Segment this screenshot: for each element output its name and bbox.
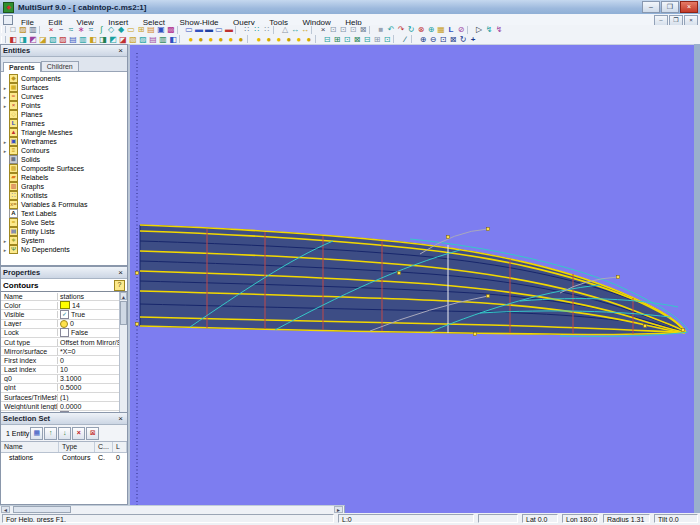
add-entity-icon[interactable]: ⊕ [426, 25, 436, 34]
hide-entity-bulb-icon[interactable]: ● [196, 35, 206, 44]
ruled-surface-icon[interactable]: ◨ [98, 35, 108, 44]
hybrid-view-icon[interactable]: ▬ [204, 25, 214, 34]
property-value[interactable]: 14 [58, 301, 119, 309]
copy-surface-icon[interactable]: ⊟ [322, 35, 332, 44]
expand-arrow-icon[interactable]: ▸ [1, 85, 9, 91]
entities-item-planes[interactable]: ◇ Planes [1, 110, 127, 119]
entities-item-graphs[interactable]: ▥ Graphs [1, 182, 127, 191]
zoom-window-icon[interactable]: ⊡ [438, 35, 448, 44]
redo-icon[interactable]: ↷ [396, 25, 406, 34]
edit-composite-icon[interactable]: ▩ [166, 25, 176, 34]
prop-row-cut-type[interactable]: Cut type Offset from Mirror/Surf [1, 338, 119, 347]
select-arrow-icon[interactable]: ▷ [474, 25, 484, 34]
viewport[interactable] [130, 44, 694, 514]
entities-item-knotlists[interactable]: ∷ Knotlists [1, 191, 127, 200]
bcurve-entity-icon[interactable]: ▤ [68, 35, 78, 44]
copy-special-icon[interactable]: ⊡ [338, 25, 348, 34]
edit-frame-icon[interactable]: ⊞ [136, 25, 146, 34]
property-value[interactable]: 0.5000 [58, 384, 119, 391]
distance-icon[interactable]: ↔ [290, 25, 300, 34]
prop-row-first-index[interactable]: First index 0 [1, 356, 119, 365]
prop-row-name[interactable]: Name stations [1, 292, 119, 301]
properties-close-icon[interactable]: × [116, 268, 125, 277]
entities-item-solids[interactable]: ◼ Solids [1, 155, 127, 164]
cloft-surface-icon[interactable]: ▨ [138, 35, 148, 44]
hscrollbar-thumb[interactable] [13, 506, 71, 513]
select-lasso-icon[interactable]: ↯ [484, 25, 494, 34]
prop-row-last-index[interactable]: Last index 10 [1, 366, 119, 375]
snap-point-icon[interactable]: ∷ [252, 25, 262, 34]
knife-icon[interactable]: ∕ [400, 35, 410, 44]
visible-surfaces-bulb-icon[interactable]: ● [274, 35, 284, 44]
properties-help-icon[interactable]: ? [114, 280, 125, 291]
translation-surface-icon[interactable]: ◩ [108, 35, 118, 44]
entities-item-triangle-meshes[interactable]: ▲ Triangle Meshes [1, 128, 127, 137]
property-value[interactable]: 0 [58, 320, 119, 328]
tab-parents[interactable]: Parents [3, 62, 41, 72]
entities-item-solve-sets[interactable]: = Solve Sets [1, 218, 127, 227]
property-value[interactable]: *X=0 [58, 348, 119, 355]
show-parents-bulb-icon[interactable]: ● [206, 35, 216, 44]
entities-item-variables-formulas[interactable]: x= Variables & Formulas [1, 200, 127, 209]
property-value[interactable]: 0.0000 [58, 403, 119, 410]
mesh-view-icon[interactable]: ▭ [214, 25, 224, 34]
entities-item-points[interactable]: ▸ × Points [1, 101, 127, 110]
copy-icon[interactable]: ⊡ [328, 25, 338, 34]
open-file-icon[interactable]: ▨ [18, 25, 28, 34]
wireframe-view-icon[interactable]: ▭ [184, 25, 194, 34]
scroll-right-icon[interactable]: ► [334, 506, 343, 513]
selection-list-mode-button[interactable]: ▦ [30, 427, 43, 440]
selection-move-up-button[interactable]: ↑ [44, 427, 57, 440]
delete-entity-icon[interactable]: × [46, 25, 56, 34]
property-value[interactable]: (1) [58, 394, 119, 401]
edit-magnet-icon[interactable]: ∗ [76, 25, 86, 34]
point-entity-icon[interactable]: ◧ [8, 35, 18, 44]
entities-item-wireframes[interactable]: ▸ ▣ Wireframes [1, 137, 127, 146]
show-entity-bulb-icon[interactable]: ● [186, 35, 196, 44]
column-color[interactable]: C... [95, 442, 113, 452]
table-icon[interactable]: ▦ [436, 25, 446, 34]
property-value[interactable]: 3.1000 [58, 375, 119, 382]
edit-plane-icon[interactable]: ▭ [126, 25, 136, 34]
ungroup-icon[interactable]: ⊟ [362, 35, 372, 44]
paste-icon[interactable]: ⊡ [348, 25, 358, 34]
show-all-bulb-icon[interactable]: ● [226, 35, 236, 44]
column-name[interactable]: Name [1, 442, 59, 452]
entities-item-entity-lists[interactable]: ▤ Entity Lists [1, 227, 127, 236]
entities-item-components[interactable]: ◆ Components [1, 74, 127, 83]
select-poly-icon[interactable]: ↯ [494, 25, 504, 34]
entities-item-relabels[interactable]: ▰ Relabels [1, 173, 127, 182]
selection-move-down-button[interactable]: ↓ [58, 427, 71, 440]
prop-row-mirror-surface[interactable]: Mirror/surface *X=0 [1, 347, 119, 356]
property-value[interactable]: False [58, 328, 119, 337]
viewport-canvas[interactable] [130, 45, 694, 514]
visible-wireframes-bulb-icon[interactable]: ● [304, 35, 314, 44]
ccurve-entity-icon[interactable]: ▥ [78, 35, 88, 44]
expand-arrow-icon[interactable]: ▸ [1, 103, 9, 109]
close-button[interactable]: × [680, 1, 698, 13]
line-entity-icon[interactable]: ▧ [48, 35, 58, 44]
snake-entity-icon[interactable]: ◧ [88, 35, 98, 44]
entities-item-surfaces[interactable]: ▸ ▦ Surfaces [1, 83, 127, 92]
tab-children[interactable]: Children [41, 61, 79, 71]
zoom-extents-icon[interactable]: ⊠ [448, 35, 458, 44]
scroll-up-icon[interactable]: ▲ [120, 292, 127, 300]
entities-item-frames[interactable]: L Frames [1, 119, 127, 128]
edit-contours-icon[interactable]: ▤ [146, 25, 156, 34]
shaded-view-icon[interactable]: ▬ [194, 25, 204, 34]
measure-icon[interactable]: △ [280, 25, 290, 34]
prop-row-q0[interactable]: q0 3.1000 [1, 375, 119, 384]
selection-panel-titlebar[interactable]: Selection Set × [1, 413, 127, 425]
ring-entity-icon[interactable]: ◪ [38, 35, 48, 44]
flatten-icon[interactable]: ⊞ [372, 35, 382, 44]
edit-point-icon[interactable]: ~ [56, 25, 66, 34]
hide-all-bulb-icon[interactable]: ● [236, 35, 246, 44]
property-value[interactable]: ✓ True [58, 310, 119, 319]
show-children-bulb-icon[interactable]: ● [216, 35, 226, 44]
edit-bead-icon[interactable]: ≈ [66, 25, 76, 34]
select-box-icon[interactable]: ⊠ [358, 25, 368, 34]
entities-item-contours[interactable]: ▸ ≡ Contours [1, 146, 127, 155]
expand-arrow-icon[interactable]: ▸ [1, 238, 9, 244]
offset-icon[interactable]: ↔ [300, 25, 310, 34]
sweep-surface-icon[interactable]: ▤ [148, 35, 158, 44]
